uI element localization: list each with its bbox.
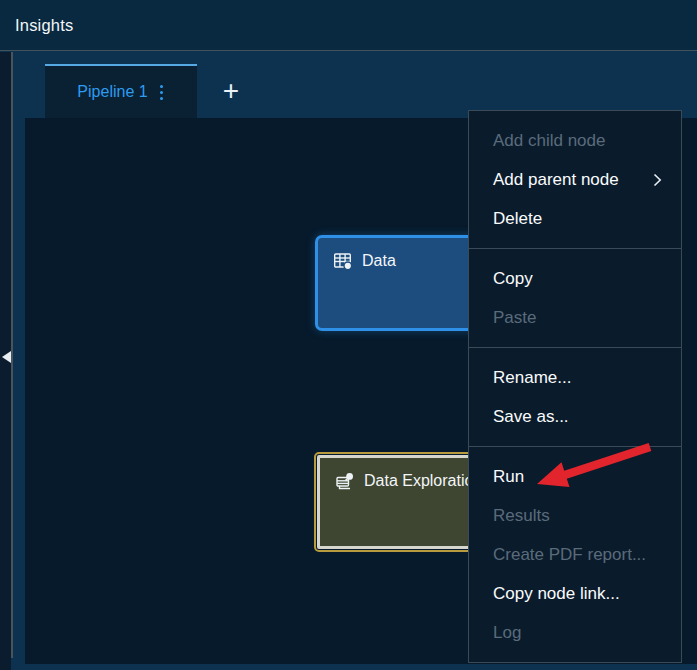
tab-pipeline-1[interactable]: Pipeline 1 <box>45 64 197 118</box>
tab-options-kebab-icon[interactable] <box>158 81 165 104</box>
menu-item-log: Log <box>469 613 681 652</box>
menu-item-delete[interactable]: Delete <box>469 199 681 238</box>
page-title: Insights <box>15 16 73 35</box>
node-label: Data Exploration <box>364 472 480 490</box>
node-data[interactable]: Data <box>315 235 486 331</box>
menu-section-run: Run Results Create PDF report... Copy no… <box>469 446 681 662</box>
data-table-icon <box>333 251 353 271</box>
menu-item-create-pdf-report: Create PDF report... <box>469 535 681 574</box>
collapse-panel-arrow-icon[interactable] <box>2 351 11 363</box>
menu-item-add-parent-node[interactable]: Add parent node <box>469 160 681 199</box>
menu-section-clipboard: Copy Paste <box>469 248 681 347</box>
menu-item-copy-node-link[interactable]: Copy node link... <box>469 574 681 613</box>
menu-item-results: Results <box>469 496 681 535</box>
node-label: Data <box>362 252 396 270</box>
app-window: Insights Pipeline 1 + <box>0 0 697 670</box>
node-data-exploration[interactable]: Data Exploration <box>317 455 483 549</box>
menu-item-copy[interactable]: Copy <box>469 259 681 298</box>
menu-item-paste: Paste <box>469 298 681 337</box>
submenu-chevron-icon <box>653 172 662 187</box>
menu-section-node: Add child node Add parent node Delete <box>469 111 681 248</box>
add-pipeline-tab-button[interactable]: + <box>205 64 257 118</box>
tab-label: Pipeline 1 <box>77 83 147 101</box>
menu-item-add-child-node: Add child node <box>469 121 681 160</box>
menu-item-save-as[interactable]: Save as... <box>469 397 681 436</box>
chart-magnifier-icon <box>335 471 355 491</box>
menu-item-run[interactable]: Run <box>469 457 681 496</box>
context-menu: Add child node Add parent node Delete Co… <box>468 110 682 663</box>
pipeline-tabbar: Pipeline 1 + <box>13 52 697 118</box>
app-header: Insights <box>0 0 697 51</box>
menu-item-rename[interactable]: Rename... <box>469 358 681 397</box>
menu-section-naming: Rename... Save as... <box>469 347 681 446</box>
